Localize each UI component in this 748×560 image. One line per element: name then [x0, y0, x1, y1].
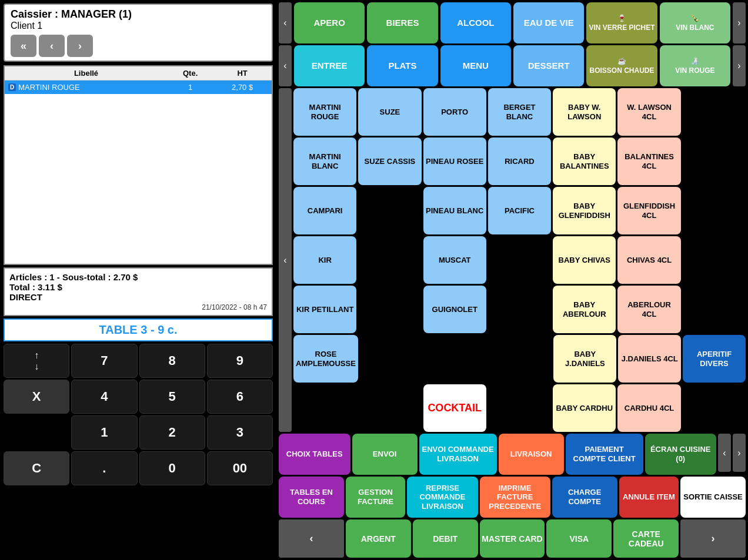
cat-vin-rouge[interactable]: 🍶 VIN ROUGE	[660, 45, 730, 86]
envoi-commande-livraison-button[interactable]: ENVOI COMMANDE LIVRAISON	[419, 434, 497, 475]
item-kir-petillant[interactable]: KIR PETILLANT	[293, 286, 356, 333]
numpad-.-button[interactable]: .	[71, 451, 137, 485]
cat-row1-left-arrow[interactable]: ‹	[279, 2, 292, 43]
cat-boisson-chaude[interactable]: ☕ BOISSON CHAUDE	[586, 45, 657, 86]
item-martini-rouge[interactable]: MARTINI ROUGE	[293, 88, 356, 136]
cat-bieres[interactable]: BIERES	[367, 2, 438, 43]
imprime-facture-precedente-button[interactable]: IMPRIME FACTURE PRECEDENTE	[480, 477, 550, 518]
item-baby-balantines[interactable]: BABY BALANTINES	[553, 138, 616, 185]
wine-bottle-icon: 🍾	[690, 14, 699, 22]
table-row[interactable]: D MARTINI ROUGE 1 2,70 $	[5, 81, 272, 95]
numpad-6-button[interactable]: 6	[207, 380, 273, 414]
item-rose-amplemousse[interactable]: ROSE AMPLEMOUSSE	[293, 335, 358, 383]
numpad-arrow-updown[interactable]: ↑↓	[4, 344, 69, 378]
item-kir[interactable]: KIR	[293, 236, 356, 284]
item-porto[interactable]: PORTO	[423, 88, 486, 136]
nav-back-button[interactable]: ‹	[39, 35, 65, 57]
item-pineau-rosee[interactable]: PINEAU ROSEE	[423, 138, 486, 185]
cat-entree[interactable]: ENTREE	[294, 45, 365, 86]
item-name: MARTINI ROUGE	[18, 83, 80, 92]
cat-row1-right-arrow[interactable]: ›	[733, 2, 746, 43]
tables-en-cours-button[interactable]: TABLES EN COURS	[279, 477, 344, 518]
wine-glass-icon: 🍷	[617, 14, 626, 22]
cat-dessert[interactable]: DESSERT	[513, 45, 584, 86]
bottles-icon: 🍶	[690, 57, 699, 65]
item-w-lawson-4cl[interactable]: W. LAWSON 4CL	[617, 88, 680, 136]
paiement-compte-client-button[interactable]: PAIEMENT COMPTE CLIENT	[566, 434, 643, 475]
numpad-7-button[interactable]: 7	[71, 344, 137, 378]
numpad-4-button[interactable]: 4	[71, 380, 137, 414]
category-row-2: ‹ ENTREE PLATS MENU DESSERT ☕ BOISSON CH…	[279, 45, 746, 86]
item-baby-aberlour[interactable]: BABY ABERLOUR	[553, 286, 616, 333]
item-ricard[interactable]: RICARD	[488, 138, 551, 185]
item-pineau-blanc[interactable]: PINEAU BLANC	[423, 187, 486, 234]
numpad-00-button[interactable]: 00	[207, 451, 273, 485]
gestion-facture-button[interactable]: GESTION FACTURE	[346, 477, 406, 518]
nav-forward-button[interactable]: ›	[67, 35, 93, 57]
ecran-cuisine-button[interactable]: ÉCRAN CUISINE (0)	[645, 434, 717, 475]
numpad-3-button[interactable]: 3	[207, 415, 273, 450]
item-balantines-4cl[interactable]: BALANTINES 4CL	[617, 138, 680, 185]
item-suze[interactable]: SUZE	[358, 88, 421, 136]
item-muscat[interactable]: MUSCAT	[423, 236, 486, 284]
numpad-x-button[interactable]: X	[4, 380, 69, 414]
item-baby-chivas[interactable]: BABY CHIVAS	[553, 236, 616, 284]
reprise-commande-livraison-button[interactable]: REPRISE COMMANDE LIVRAISON	[407, 477, 477, 518]
cat-apero[interactable]: APERO	[294, 2, 365, 43]
debit-button[interactable]: DEBIT	[413, 519, 478, 558]
payment-right-arrow[interactable]: ›	[680, 519, 746, 558]
numpad-0-button[interactable]: 0	[139, 451, 205, 485]
nav-back-all-button[interactable]: «	[11, 35, 36, 57]
item-glenfiddish-4cl[interactable]: GLENFIDDISH 4CL	[617, 187, 680, 234]
category-row-1: ‹ APERO BIERES ALCOOL EAU DE VIE 🍷 VIN V…	[279, 2, 746, 43]
cat-row2-left-arrow[interactable]: ‹	[279, 45, 292, 86]
cat-vin-blanc[interactable]: 🍾 VIN BLANC	[660, 2, 730, 43]
item-aberlour-4cl[interactable]: ABERLOUR 4CL	[617, 286, 680, 333]
items-row: ROSE AMPLEMOUSSEBABY J.DANIELSJ.DANIELS …	[293, 335, 746, 383]
charge-compte-button[interactable]: CHARGE COMPTE	[552, 477, 617, 518]
cat-vin-verre-pichet[interactable]: 🍷 VIN VERRE PICHET	[586, 2, 657, 43]
sortie-caisse-button[interactable]: SORTIE CAISSE	[680, 477, 746, 518]
cat-row2-right-arrow[interactable]: ›	[733, 45, 746, 86]
item-jdaniels-4cl[interactable]: J.DANIELS 4CL	[618, 335, 681, 383]
item-baby-jdaniels[interactable]: BABY J.DANIELS	[553, 335, 616, 383]
item-pacific[interactable]: PACIFIC	[488, 187, 551, 234]
argent-button[interactable]: ARGENT	[346, 519, 411, 558]
numpad-8-button[interactable]: 8	[139, 344, 205, 378]
item-cardhu-4cl[interactable]: CARDHU 4CL	[617, 384, 680, 432]
numpad-1-button[interactable]: 1	[71, 415, 137, 450]
item-baby-cardhu[interactable]: BABY CARDHU	[553, 384, 616, 432]
visa-button[interactable]: VISA	[546, 519, 612, 558]
cat-eau-de-vie[interactable]: EAU DE VIE	[513, 2, 584, 43]
envoi-button[interactable]: ENVOI	[352, 434, 418, 475]
item-guignolet[interactable]: GUIGNOLET	[423, 286, 486, 333]
cat-menu[interactable]: MENU	[440, 45, 511, 86]
item-empty	[488, 384, 551, 432]
numpad-5-button[interactable]: 5	[139, 380, 205, 414]
cat-plats[interactable]: PLATS	[367, 45, 438, 86]
carte-cadeau-button[interactable]: CARTE CADEAU	[613, 519, 679, 558]
action-row1-left-nav[interactable]: ‹	[718, 434, 731, 472]
action-row1-right-nav[interactable]: ›	[733, 434, 746, 472]
items-row: CAMPARIPINEAU BLANCPACIFICBABY GLENFIDDI…	[293, 187, 746, 234]
numpad-c-button[interactable]: C	[4, 451, 69, 485]
item-campari[interactable]: CAMPARI	[293, 187, 356, 234]
item-berget-blanc[interactable]: BERGET BLANC	[488, 88, 551, 136]
cat-alcool[interactable]: ALCOOL	[440, 2, 511, 43]
total-amount: Total : 3.11 $	[9, 282, 267, 292]
annule-item-button[interactable]: ANNULE ITEM	[619, 477, 679, 518]
livraison-button[interactable]: LIVRAISON	[499, 434, 564, 475]
numpad-2-button[interactable]: 2	[139, 415, 205, 450]
master-card-button[interactable]: MASTER CARD	[480, 519, 545, 558]
item-chivas-4cl[interactable]: CHIVAS 4CL	[617, 236, 680, 284]
item-cocktail[interactable]: COCKTAIL	[423, 384, 486, 432]
items-left-arrow[interactable]: ‹	[279, 88, 292, 432]
payment-left-arrow[interactable]: ‹	[279, 519, 344, 558]
choix-tables-button[interactable]: CHOIX TABLES	[279, 434, 350, 475]
numpad-9-button[interactable]: 9	[207, 344, 273, 378]
item-aperitif-divers[interactable]: APERITIF DIVERS	[683, 335, 746, 383]
item-baby-w-lawson[interactable]: BABY W. LAWSON	[553, 88, 616, 136]
item-martini-blanc[interactable]: MARTINI BLANC	[293, 138, 356, 185]
item-baby-glenfiddish[interactable]: BABY GLENFIDDISH	[553, 187, 616, 234]
item-suze-cassis[interactable]: SUZE CASSIS	[358, 138, 421, 185]
